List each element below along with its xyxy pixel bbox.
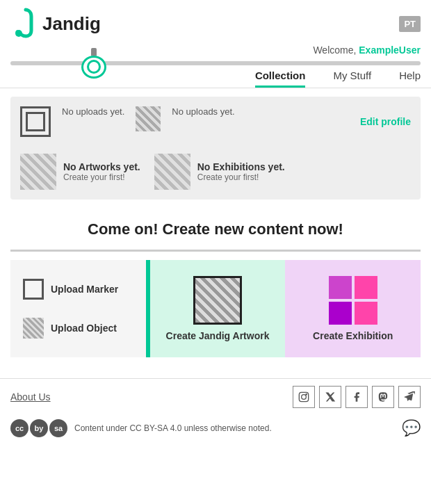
cc-icons: cc by sa [10,419,67,437]
exhibition-cell-4 [355,302,377,325]
create-artwork-card[interactable]: Create Jandig Artwork [150,260,286,357]
exhibition-cell-2 [355,276,377,299]
striped-box [136,106,161,131]
welcome-bar: Welcome, ExampleUser [0,40,431,56]
upload-marker-label: Upload Marker [51,284,118,295]
tab-help[interactable]: Help [399,70,421,88]
upload-row: Upload Marker Upload Object [17,273,139,344]
mastodon-icon[interactable] [372,386,394,408]
sa-icon: sa [49,419,67,437]
footer: About Us [0,378,431,415]
no-uploads-text-1: No uploads yet. [62,106,124,117]
social-icons [293,386,421,408]
svg-point-0 [15,30,22,37]
upload-object-item[interactable]: Upload Object [17,312,139,344]
logo-area: Jandig [10,7,101,40]
no-exhibitions-label: No Exhibitions yet. [197,161,285,172]
facebook-icon[interactable] [345,386,368,408]
artworks-item: No Artworks yet. Create your first! [20,154,140,190]
create-artwork-label-btn: Create Jandig Artwork [166,330,270,341]
create-artwork-label: Create your first! [63,172,140,182]
exhibition-cell-3 [329,302,352,325]
cta-section: Come on! Create new content now! [0,208,431,244]
profile-area: No uploads yet. No uploads yet. Edit pro… [10,97,421,200]
cta-heading: Come on! Create new content now! [10,220,421,238]
cc-icon: cc [10,419,29,437]
create-exhibition-card[interactable]: Create Exhibition [285,260,421,357]
svg-rect-1 [299,392,308,401]
thumb-top [91,48,97,56]
jandig-logo-icon [10,7,37,40]
artworks-row: No Artworks yet. Create your first! No E… [20,154,411,190]
license-text: Content under CC BY-SA 4.0 unless otherw… [74,423,272,433]
create-exhibition-label-btn: Create Exhibition [313,330,393,341]
tab-my-stuff[interactable]: My Stuff [333,70,371,88]
no-uploads-text-2: No uploads yet. [172,106,234,117]
pt-badge[interactable]: PT [399,16,421,32]
upload-marker-item[interactable]: Upload Marker [17,273,139,305]
welcome-text: Welcome, [313,44,356,56]
license-bar: cc by sa Content under CC BY-SA 4.0 unle… [0,415,431,444]
instagram-icon[interactable] [293,386,315,408]
profile-avatar-box [20,106,51,137]
exhibition-thumbnail [154,154,190,190]
slider-thumb[interactable] [81,48,106,79]
slider-track[interactable] [10,61,421,65]
tab-collection[interactable]: Collection [255,70,306,88]
artwork-text: No Artworks yet. Create your first! [63,161,140,182]
svg-point-3 [306,394,307,395]
logo-text: Jandig [42,13,101,35]
exhibition-cell-1 [329,276,352,299]
action-cards: Upload Marker Upload Object Create Jandi… [10,260,421,357]
no-artworks-label: No Artworks yet. [63,161,140,172]
create-exhibition-icon [329,276,377,325]
upload-marker-icon [23,279,44,300]
slider-area [0,61,431,65]
username-link[interactable]: ExampleUser [359,44,421,56]
upload-object-icon [23,318,44,339]
chat-bubble-icon[interactable]: 💬 [402,419,421,437]
cta-divider [10,250,421,252]
header: Jandig PT [0,0,431,40]
telegram-icon[interactable] [398,386,421,408]
artwork-thumbnail [20,154,56,190]
create-exhibition-label: Create your first! [197,172,285,182]
exhibition-text: No Exhibitions yet. Create your first! [197,161,285,182]
thumb-circle [81,56,106,79]
by-icon: by [30,419,48,437]
edit-profile-button[interactable]: Edit profile [360,116,411,127]
about-us-link[interactable]: About Us [10,391,51,403]
nav-tabs: Collection My Stuff Help [0,70,431,88]
thumb-inner [87,60,101,74]
exhibitions-item: No Exhibitions yet. Create your first! [154,154,285,190]
twitter-icon[interactable] [319,386,341,408]
avatar-inner [26,112,45,131]
svg-point-2 [302,395,307,400]
upload-object-label: Upload Object [51,323,117,334]
upload-card[interactable]: Upload Marker Upload Object [10,260,148,357]
create-artwork-icon [193,276,242,325]
